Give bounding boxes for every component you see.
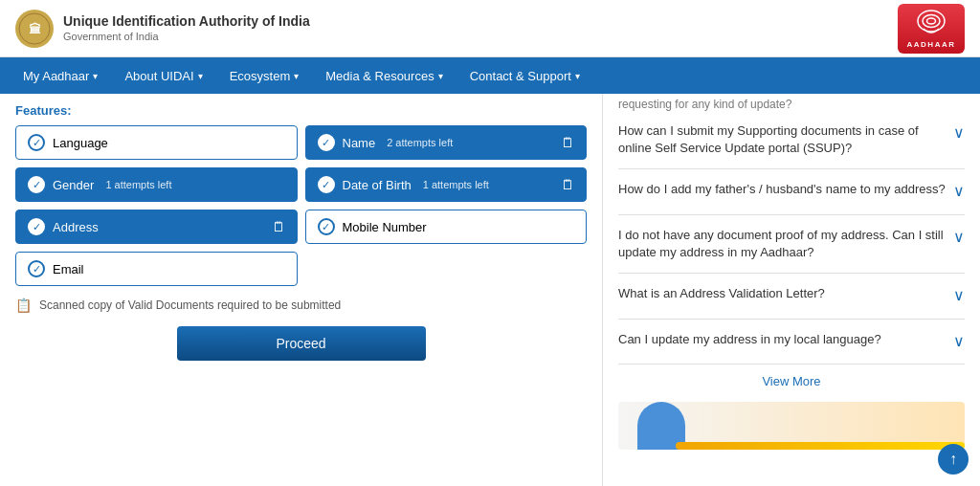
info-icon: 📋 xyxy=(15,298,32,313)
document-icon: 🗒 xyxy=(561,135,574,150)
check-icon: ✓ xyxy=(28,218,45,235)
partial-top-text: requesting for any kind of update? xyxy=(618,94,965,111)
document-icon: 🗒 xyxy=(561,177,574,192)
update-item-address[interactable]: ✓ Address 🗒 xyxy=(15,210,298,244)
attempts-badge: 2 attempts left xyxy=(387,137,453,148)
update-grid: ✓ Language ✓ Name 2 attempts left 🗒 ✓ Ge… xyxy=(15,125,587,286)
item-label: Name xyxy=(343,136,376,150)
update-item-mobile[interactable]: ✓ Mobile Number xyxy=(305,210,588,244)
uidai-logo: 🏛 xyxy=(15,10,54,48)
chevron-down-icon: ∨ xyxy=(953,122,965,144)
update-item-name[interactable]: ✓ Name 2 attempts left 🗒 xyxy=(305,125,588,160)
attempts-badge: 1 attempts left xyxy=(105,179,171,190)
chevron-down-icon: ▾ xyxy=(438,71,443,81)
faq-item-3: I do not have any document proof of my a… xyxy=(618,215,965,274)
svg-point-4 xyxy=(927,18,936,24)
view-more-button[interactable]: View More xyxy=(618,364,965,398)
check-icon: ✓ xyxy=(28,134,45,151)
doc-notice-row: 📋 Scanned copy of Valid Documents requir… xyxy=(15,298,587,313)
faq-question-3[interactable]: I do not have any document proof of my a… xyxy=(618,227,965,261)
chevron-down-icon: ▾ xyxy=(93,71,98,81)
nav-my-aadhaar[interactable]: My Aadhaar ▾ xyxy=(10,57,111,94)
svg-text:🏛: 🏛 xyxy=(29,22,41,36)
faq-item-2: How do I add my father's / husband's nam… xyxy=(618,169,965,214)
faq-item-1: How can I submit my Supporting documents… xyxy=(618,111,965,169)
item-label: Address xyxy=(53,220,99,234)
header-title: Unique Identification Authority of India… xyxy=(63,12,310,43)
nav-about-uidai[interactable]: About UIDAI ▾ xyxy=(111,57,215,94)
faq-question-2[interactable]: How do I add my father's / husband's nam… xyxy=(618,181,965,202)
faq-question-1[interactable]: How can I submit my Supporting documents… xyxy=(618,122,965,157)
update-item-gender[interactable]: ✓ Gender 1 attempts left xyxy=(15,167,298,202)
svg-point-3 xyxy=(923,15,940,28)
item-label: Date of Birth xyxy=(343,178,412,192)
chevron-down-icon: ∨ xyxy=(953,331,965,352)
nav-contact-support[interactable]: Contact & Support ▾ xyxy=(457,57,593,94)
update-item-email[interactable]: ✓ Email xyxy=(15,252,298,286)
chevron-down-icon: ▾ xyxy=(198,71,203,81)
svg-point-2 xyxy=(918,11,945,32)
proceed-button[interactable]: Proceed xyxy=(177,326,426,361)
faq-item-4: What is an Address Validation Letter? ∨ xyxy=(618,274,965,319)
update-item-dob[interactable]: ✓ Date of Birth 1 attempts left 🗒 xyxy=(305,167,588,202)
gov-name: Government of India xyxy=(63,30,310,43)
features-label: Features: xyxy=(15,103,587,118)
navbar: My Aadhaar ▾ About UIDAI ▾ Ecosystem ▾ M… xyxy=(0,57,980,94)
check-icon: ✓ xyxy=(318,218,335,235)
faq-item-5: Can I update my address in my local lang… xyxy=(618,320,965,364)
check-icon: ✓ xyxy=(28,176,45,193)
left-panel: Features: ✓ Language ✓ Name 2 attempts l… xyxy=(0,94,603,486)
chevron-down-icon: ▾ xyxy=(294,71,299,81)
nav-ecosystem[interactable]: Ecosystem ▾ xyxy=(216,57,313,94)
doc-notice-text: Scanned copy of Valid Documents required… xyxy=(39,298,341,312)
scroll-top-button[interactable]: ↑ xyxy=(938,444,969,475)
main-content: Features: ✓ Language ✓ Name 2 attempts l… xyxy=(0,94,980,486)
faq-question-4[interactable]: What is an Address Validation Letter? ∨ xyxy=(618,285,965,306)
item-label: Gender xyxy=(53,178,94,192)
chevron-down-icon: ▾ xyxy=(575,71,580,81)
chevron-down-icon: ∨ xyxy=(953,227,965,248)
header-left: 🏛 Unique Identification Authority of Ind… xyxy=(15,10,310,48)
document-icon: 🗒 xyxy=(272,219,285,234)
faq-question-5[interactable]: Can I update my address in my local lang… xyxy=(618,331,965,352)
aadhaar-text: AADHAAR xyxy=(907,40,956,49)
chevron-down-icon: ∨ xyxy=(953,285,965,306)
header: 🏛 Unique Identification Authority of Ind… xyxy=(0,0,980,57)
item-label: Email xyxy=(53,262,84,276)
right-panel: requesting for any kind of update? How c… xyxy=(603,94,980,486)
check-icon: ✓ xyxy=(28,260,45,277)
attempts-badge: 1 attempts left xyxy=(423,179,489,190)
chevron-down-icon: ∨ xyxy=(953,181,965,202)
aadhaar-logo: AADHAAR xyxy=(898,4,965,54)
check-icon: ✓ xyxy=(318,134,335,151)
nav-media-resources[interactable]: Media & Resources ▾ xyxy=(312,57,456,94)
item-label: Mobile Number xyxy=(343,220,427,234)
check-icon: ✓ xyxy=(318,176,335,193)
item-label: Language xyxy=(53,136,108,150)
org-name: Unique Identification Authority of India xyxy=(63,12,310,30)
update-item-language[interactable]: ✓ Language xyxy=(15,125,298,160)
